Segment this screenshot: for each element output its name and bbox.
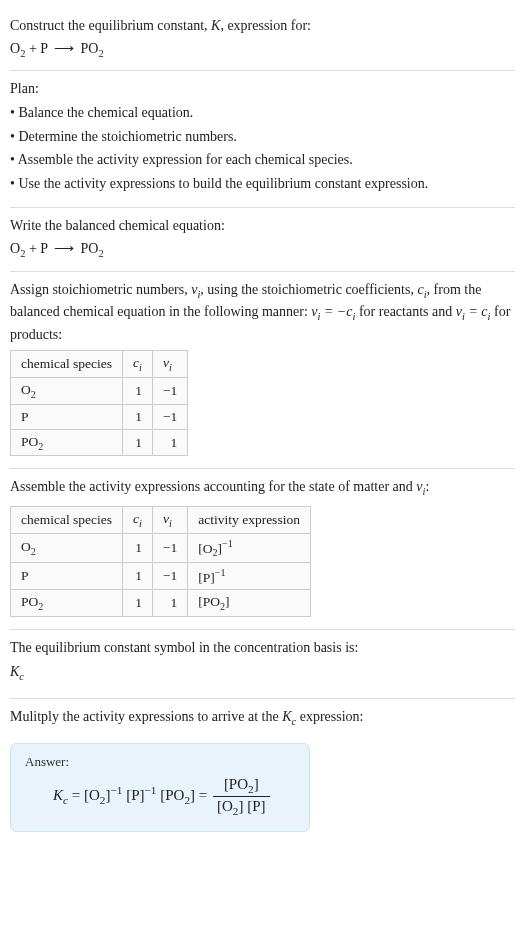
table-row: P 1 −1 [P]−1 <box>11 562 311 590</box>
species-p: P <box>40 241 47 256</box>
species-p: P <box>40 41 47 56</box>
table-row: PO2 1 1 [PO2] <box>11 590 311 617</box>
col-activity: activity expression <box>188 506 311 533</box>
cell-species: P <box>11 404 123 429</box>
cell-nui: 1 <box>152 590 187 617</box>
table-row: P 1 −1 <box>11 404 188 429</box>
prompt-section: Construct the equilibrium constant, K, e… <box>10 8 515 71</box>
cell-nui: −1 <box>152 562 187 590</box>
cell-ci: 1 <box>123 590 153 617</box>
symbol-section: The equilibrium constant symbol in the c… <box>10 630 515 699</box>
cell-ci: 1 <box>123 378 153 405</box>
col-ci: ci <box>123 506 153 533</box>
assign-paragraph: Assign stoichiometric numbers, νi, using… <box>10 280 515 345</box>
table-row: O2 1 −1 [O2]−1 <box>11 533 311 562</box>
table-header-row: chemical species ci νi activity expressi… <box>11 506 311 533</box>
table-row: O2 1 −1 <box>11 378 188 405</box>
cell-activity: [PO2] <box>188 590 311 617</box>
cell-species: O2 <box>11 378 123 405</box>
stoichiometry-table: chemical species ci νi O2 1 −1 P 1 −1 PO… <box>10 350 188 456</box>
cell-ci: 1 <box>123 404 153 429</box>
multiply-line: Mulitply the activity expressions to arr… <box>10 707 515 729</box>
table-row: PO2 1 1 <box>11 429 188 456</box>
multiply-section: Mulitply the activity expressions to arr… <box>10 699 515 842</box>
prompt-reaction: O2 + P ⟶ PO2 <box>10 40 515 59</box>
species-o2: O2 <box>10 41 25 56</box>
symbol-Kc: Kc <box>10 662 515 684</box>
cell-species: PO2 <box>11 429 123 456</box>
cell-ci: 1 <box>123 562 153 590</box>
balanced-intro: Write the balanced chemical equation: <box>10 216 515 236</box>
plan-heading: Plan: <box>10 79 515 99</box>
reaction-arrow-icon: ⟶ <box>54 240 74 257</box>
cell-ci: 1 <box>123 429 153 456</box>
prompt-line: Construct the equilibrium constant, K, e… <box>10 16 515 36</box>
assemble-intro: Assemble the activity expressions accoun… <box>10 477 515 499</box>
plan-bullet-2: • Determine the stoichiometric numbers. <box>10 127 515 147</box>
symbol-line: The equilibrium constant symbol in the c… <box>10 638 515 658</box>
cell-species: O2 <box>11 533 123 562</box>
plan-bullet-4: • Use the activity expressions to build … <box>10 174 515 194</box>
col-nui: νi <box>152 506 187 533</box>
cell-species: PO2 <box>11 590 123 617</box>
plus: + <box>25 241 40 256</box>
cell-activity: [P]−1 <box>188 562 311 590</box>
answer-label: Answer: <box>25 754 295 770</box>
answer-box: Answer: Kc = [O2]−1 [P]−1 [PO2] = [PO2][… <box>10 743 310 832</box>
plan-bullet-1: • Balance the chemical equation. <box>10 103 515 123</box>
cell-nui: −1 <box>152 533 187 562</box>
species-po2: PO2 <box>81 41 104 56</box>
col-species: chemical species <box>11 351 123 378</box>
prompt-text-a: Construct the equilibrium constant, <box>10 18 211 33</box>
plan-bullet-3: • Assemble the activity expression for e… <box>10 150 515 170</box>
table-header-row: chemical species ci νi <box>11 351 188 378</box>
fraction: [PO2][O2] [P] <box>213 776 270 817</box>
assemble-section: Assemble the activity expressions accoun… <box>10 469 515 630</box>
cell-species: P <box>11 562 123 590</box>
assign-section: Assign stoichiometric numbers, νi, using… <box>10 272 515 470</box>
answer-formula: Kc = [O2]−1 [P]−1 [PO2] = [PO2][O2] [P] <box>25 776 295 817</box>
col-nui: νi <box>152 351 187 378</box>
cell-ci: 1 <box>123 533 153 562</box>
col-species: chemical species <box>11 506 123 533</box>
prompt-text-b: , expression for: <box>220 18 311 33</box>
balanced-section: Write the balanced chemical equation: O2… <box>10 208 515 271</box>
plan-section: Plan: • Balance the chemical equation. •… <box>10 71 515 208</box>
species-o2: O2 <box>10 241 25 256</box>
symbol-K: K <box>211 18 220 33</box>
cell-nui: 1 <box>152 429 187 456</box>
cell-activity: [O2]−1 <box>188 533 311 562</box>
plus: + <box>25 41 40 56</box>
reaction-arrow-icon: ⟶ <box>54 40 74 57</box>
balanced-reaction: O2 + P ⟶ PO2 <box>10 240 515 259</box>
col-ci: ci <box>123 351 153 378</box>
activity-table: chemical species ci νi activity expressi… <box>10 506 311 617</box>
cell-nui: −1 <box>152 378 187 405</box>
cell-nui: −1 <box>152 404 187 429</box>
species-po2: PO2 <box>81 241 104 256</box>
